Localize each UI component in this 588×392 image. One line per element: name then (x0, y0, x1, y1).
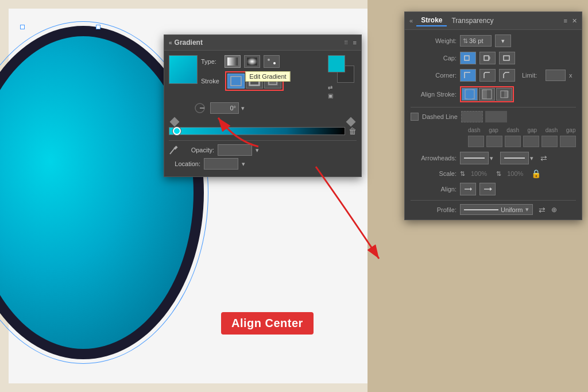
location-row: Location: 55.3522% ▾ (169, 158, 357, 170)
stroke-align-center-btn[interactable] (246, 74, 263, 89)
scale-lock-icon[interactable]: 🔒 (531, 169, 541, 178)
opacity-dropdown-icon[interactable]: ▾ (256, 147, 259, 154)
gradient-panel: « Gradient ⠿ ≡ Type: (164, 34, 362, 177)
dash-inp-5[interactable] (541, 136, 558, 147)
align-arrowhead-btn-1[interactable] (460, 183, 476, 195)
dash-inp-6[interactable] (560, 136, 576, 147)
dash-inp-4[interactable] (523, 136, 539, 147)
dashed-label: Dashed Line (422, 113, 458, 120)
stroke-menu-icon[interactable]: ≡ (564, 17, 567, 24)
gradient-grip-icon: ⠿ (344, 40, 349, 46)
arrowhead-end-select: ▾ (500, 152, 533, 164)
arrowhead-start-line (464, 157, 485, 159)
arrowhead-start-box[interactable] (460, 152, 489, 164)
align-stroke-inside-btn[interactable] (479, 88, 495, 101)
scale-stepper-1[interactable]: ⇅ (460, 170, 465, 178)
weight-label: Weight: (411, 37, 457, 44)
stroke-label: Stroke (201, 78, 223, 84)
scale-label: Scale: (411, 170, 457, 177)
gradient-collapse-icon[interactable]: « (169, 40, 172, 46)
transparency-tab[interactable]: Transparency (447, 16, 498, 26)
arrowhead-end-line (504, 157, 525, 159)
align-center-label: Align Center (221, 312, 314, 335)
gradient-swatch[interactable] (169, 55, 198, 84)
gradient-delete-btn[interactable]: 🗑 (349, 126, 357, 136)
opacity-row: Opacity: 100% ▾ (169, 144, 357, 156)
svg-rect-1 (247, 57, 257, 66)
gradient-stops-row (169, 118, 357, 125)
dashed-checkbox[interactable] (411, 113, 419, 121)
dash-opt-1 (461, 111, 483, 122)
profile-line (464, 209, 498, 210)
align-stroke-outside-btn[interactable] (496, 88, 512, 101)
gradient-stop-right[interactable] (346, 117, 356, 127)
svg-rect-7 (249, 76, 260, 86)
weight-dropdown-icon[interactable]: ▾ (495, 34, 511, 47)
angle-dropdown-icon[interactable]: ▾ (241, 105, 245, 112)
swap-colors-icon[interactable]: ⇄ (328, 85, 354, 91)
profile-text: Uniform (501, 206, 523, 213)
profile-select[interactable]: Uniform ▾ (460, 204, 533, 215)
dash-options (461, 111, 507, 122)
location-dropdown-icon[interactable]: ▾ (242, 160, 245, 168)
stroke-collapse-icon[interactable]: « (409, 17, 413, 24)
corner-miter-btn[interactable] (460, 69, 476, 82)
cap-square-btn[interactable] (499, 52, 515, 64)
angle-input[interactable]: 0° (210, 102, 239, 114)
eyedropper-icon[interactable] (169, 145, 179, 155)
gradient-menu-icon[interactable]: ≡ (353, 39, 357, 46)
stroke-tab[interactable]: Stroke (416, 15, 447, 26)
stroke-panel: « Stroke Transparency ≡ ✕ Weight: ⇅ 36 p… (404, 11, 582, 220)
arrowheads-label: Arrowheads: (411, 155, 457, 162)
weight-stepper-icon[interactable]: ⇅ (463, 37, 468, 45)
svg-rect-22 (482, 90, 487, 99)
profile-row: Profile: Uniform ▾ ⇄ ⊕ (411, 204, 576, 215)
align-stroke-center-btn[interactable] (462, 88, 478, 101)
arrowhead-end-box[interactable] (500, 152, 529, 164)
gradient-bar[interactable] (169, 127, 345, 135)
gradient-stop-left[interactable] (170, 117, 180, 127)
fill-color-indicator[interactable] (328, 55, 345, 72)
arrowhead-start-dropdown[interactable]: ▾ (490, 155, 493, 162)
opacity-input[interactable]: 100% (218, 144, 252, 156)
stroke-row: Stroke Edit Gradient (201, 71, 324, 91)
corner-bevel-btn[interactable] (499, 69, 515, 82)
svg-point-4 (273, 62, 276, 64)
svg-marker-25 (470, 187, 472, 191)
type-radial-btn[interactable] (244, 55, 260, 68)
corner-round-btn[interactable] (479, 69, 496, 82)
arrowhead-end-dropdown[interactable]: ▾ (530, 155, 533, 162)
type-linear-btn[interactable] (225, 55, 241, 68)
svg-rect-6 (232, 78, 240, 84)
gradient-title-text: Gradient (175, 39, 203, 47)
gradient-container: 🗑 (169, 118, 357, 136)
stroke-panel-header: « Stroke Transparency ≡ ✕ (405, 12, 582, 30)
type-freeform-btn[interactable] (264, 55, 280, 68)
stroke-align-outside-btn[interactable] (264, 74, 281, 89)
align-stroke-btn-group (460, 86, 514, 102)
location-input[interactable]: 55.3522% (204, 158, 238, 170)
swap-arrowheads-icon[interactable]: ⇄ (540, 153, 547, 163)
reset-colors-icon[interactable]: ▣ (328, 93, 354, 99)
dash-inp-3[interactable] (505, 136, 521, 147)
profile-dropdown-icon[interactable]: ▾ (525, 206, 529, 213)
gradient-handle-cyan[interactable] (173, 127, 181, 135)
dash-inp-2[interactable] (486, 136, 502, 147)
gradient-bar-wrapper: 🗑 (169, 126, 357, 136)
opacity-label: Opacity: (183, 147, 214, 153)
cap-round-btn[interactable] (479, 52, 496, 64)
stroke-close-icon[interactable]: ✕ (572, 17, 577, 25)
cap-butt-btn[interactable] (460, 52, 476, 64)
profile-flip-icon[interactable]: ⇄ (539, 205, 546, 214)
weight-input[interactable]: ⇅ 36 pt (460, 35, 492, 47)
stroke-align-inside-btn[interactable] (227, 74, 245, 89)
corner-limit-input[interactable]: 10 (546, 70, 566, 81)
align-arrowhead-btn-2[interactable] (479, 183, 496, 195)
color-indicators[interactable] (328, 55, 354, 83)
arrowheads-row: Arrowheads: ▾ ▾ ⇄ (411, 152, 576, 164)
profile-label: Profile: (411, 206, 457, 213)
dash-lbl-2: gap (489, 127, 499, 133)
dash-inp-1[interactable] (468, 136, 484, 147)
profile-extra-icon[interactable]: ⊕ (551, 206, 557, 214)
scale-stepper-2[interactable]: ⇅ (496, 170, 501, 178)
